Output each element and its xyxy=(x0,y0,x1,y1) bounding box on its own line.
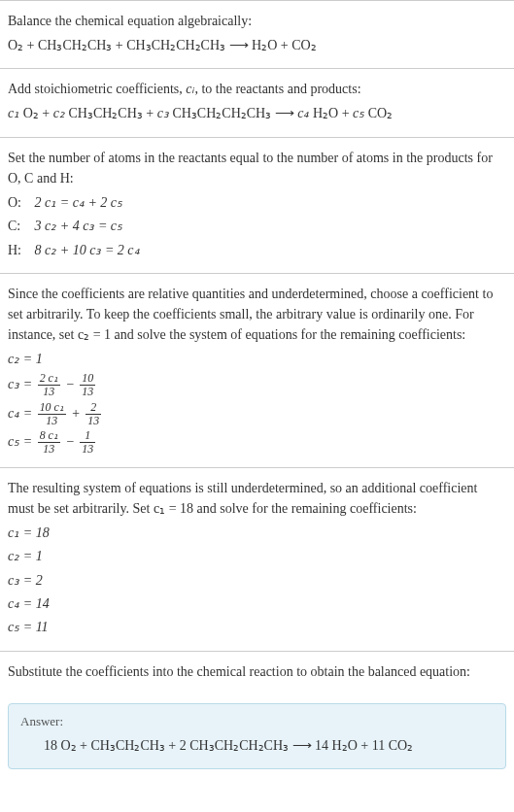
eq-O: 2 c₁ = c₄ + 2 c₅ xyxy=(35,195,123,210)
final-c1: c₁ = 18 xyxy=(8,523,506,544)
atom-balance-text: Set the number of atoms in the reactants… xyxy=(8,148,506,188)
substitute-text: Substitute the coefficients into the che… xyxy=(8,661,506,682)
final-coeffs-text: The resulting system of equations is sti… xyxy=(8,478,506,519)
balance-row-O: O: 2 c₁ = c₄ + 2 c₅ xyxy=(8,192,506,214)
eq-H: 8 c₂ + 10 c₃ = 2 c₄ xyxy=(35,243,140,257)
final-c2: c₂ = 1 xyxy=(8,546,506,567)
coefficient-equation: c₁ O₂ + c₂ CH₃CH₂CH₃ + c₃ CH₃CH₂CH₂CH₃ ⟶… xyxy=(8,103,506,124)
c2-lhs: c₂ = xyxy=(8,352,36,366)
elem-H: H: xyxy=(8,240,31,261)
text-b: , to the reactants and products: xyxy=(194,82,360,96)
section-atom-balance: Set the number of atoms in the reactants… xyxy=(0,137,514,273)
elem-O: O: xyxy=(8,192,31,214)
section-parametric: Since the coefficients are relative quan… xyxy=(0,273,514,467)
final-c4: c₄ = 14 xyxy=(8,593,506,615)
c3-frac1: 2 c₁13 xyxy=(38,372,60,398)
intro-text: Balance the chemical equation algebraica… xyxy=(8,11,506,31)
c5-mid: − xyxy=(62,434,78,449)
c4-frac1: 10 c₁13 xyxy=(38,401,66,427)
final-c3: c₃ = 2 xyxy=(8,570,506,592)
c3-den2: 13 xyxy=(80,386,95,398)
section-add-coefficients: Add stoichiometric coefficients, cᵢ, to … xyxy=(0,68,514,136)
answer-box: Answer: 18 O₂ + CH₃CH₂CH₃ + 2 CH₃CH₂CH₂C… xyxy=(8,703,506,769)
c3-num2: 10 xyxy=(80,372,95,386)
parametric-text: Since the coefficients are relative quan… xyxy=(8,284,506,345)
section-final-coeffs: The resulting system of equations is sti… xyxy=(0,467,514,651)
c4-frac2: 213 xyxy=(86,401,101,427)
c4-num1: 10 c₁ xyxy=(38,401,66,415)
c4-lhs: c₄ = xyxy=(8,405,36,420)
c3-mid: − xyxy=(62,377,78,391)
balance-row-C: C: 3 c₂ + 4 c₃ = c₅ xyxy=(8,216,506,237)
c5-den2: 13 xyxy=(80,443,95,456)
c4-den2: 13 xyxy=(86,415,101,427)
c4-mid: + xyxy=(68,405,84,420)
c4-den1: 13 xyxy=(38,415,66,427)
section-balance-intro: Balance the chemical equation algebraica… xyxy=(0,0,514,68)
param-c5: c₅ = 8 c₁13 − 113 xyxy=(8,429,506,456)
param-c4: c₄ = 10 c₁13 + 213 xyxy=(8,401,506,427)
c3-lhs: c₃ = xyxy=(8,377,36,391)
c5-num1: 8 c₁ xyxy=(38,429,60,443)
c4: c₄ xyxy=(297,106,309,120)
c5-num2: 1 xyxy=(80,429,95,443)
c3-num1: 2 c₁ xyxy=(38,372,60,386)
final-c5: c₅ = 11 xyxy=(8,617,506,638)
c2-rhs: 1 xyxy=(36,352,43,366)
elem-C: C: xyxy=(8,216,31,237)
s5: CO₂ xyxy=(364,106,393,120)
add-coeff-text: Add stoichiometric coefficients, cᵢ, to … xyxy=(8,79,506,99)
section-substitute: Substitute the coefficients into the che… xyxy=(0,651,514,695)
c1: c₁ xyxy=(8,106,19,120)
c5-frac2: 113 xyxy=(80,429,95,456)
param-c2: c₂ = 1 xyxy=(8,349,506,370)
c3-den1: 13 xyxy=(38,386,60,398)
c3: c₃ xyxy=(157,106,169,120)
s1: O₂ + xyxy=(19,106,53,120)
text-a: Add stoichiometric coefficients, xyxy=(8,82,186,96)
unbalanced-equation: O₂ + CH₃CH₂CH₃ + CH₃CH₂CH₂CH₃ ⟶ H₂O + CO… xyxy=(8,35,506,56)
c5-lhs: c₅ = xyxy=(8,434,36,449)
c2: c₂ xyxy=(53,106,65,120)
s4: H₂O + xyxy=(309,106,353,120)
c5-frac1: 8 c₁13 xyxy=(38,429,60,456)
param-c3: c₃ = 2 c₁13 − 1013 xyxy=(8,372,506,398)
answer-label: Answer: xyxy=(20,714,494,729)
balanced-equation: 18 O₂ + CH₃CH₂CH₃ + 2 CH₃CH₂CH₂CH₃ ⟶ 14 … xyxy=(20,735,494,757)
c5-den1: 13 xyxy=(38,443,60,456)
s3: CH₃CH₂CH₂CH₃ ⟶ xyxy=(169,106,297,120)
c3-frac2: 1013 xyxy=(80,372,95,398)
s2: CH₃CH₂CH₃ + xyxy=(65,106,157,120)
c5: c₅ xyxy=(353,106,364,120)
eq-C: 3 c₂ + 4 c₃ = c₅ xyxy=(35,219,123,233)
c4-num2: 2 xyxy=(86,401,101,415)
balance-row-H: H: 8 c₂ + 10 c₃ = 2 c₄ xyxy=(8,240,506,261)
